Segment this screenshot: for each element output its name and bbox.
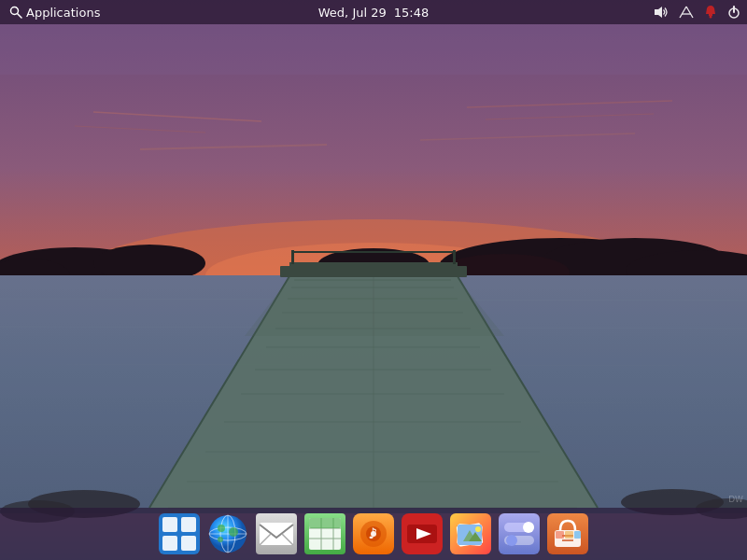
power-icon[interactable]: [726, 5, 741, 20]
svg-line-53: [680, 7, 686, 18]
svg-rect-63: [162, 536, 177, 551]
panel-right: [654, 5, 741, 20]
svg-point-71: [229, 527, 238, 537]
time-display: 15:48: [394, 6, 429, 20]
date-display: Wed, Jul 29: [318, 6, 387, 20]
dock-music[interactable]: ♪: [351, 511, 396, 556]
desktop: Applications Wed, Jul 29 15:48: [0, 0, 747, 560]
dock-mail[interactable]: [254, 511, 299, 556]
applications-label: Applications: [26, 6, 100, 20]
svg-rect-64: [181, 536, 196, 551]
search-icon: [9, 6, 22, 19]
svg-point-99: [475, 526, 481, 532]
svg-rect-61: [162, 517, 177, 532]
svg-point-102: [523, 522, 534, 533]
dock-photos[interactable]: [448, 511, 493, 556]
dock-settings[interactable]: [497, 511, 542, 556]
svg-line-51: [18, 14, 22, 19]
volume-icon[interactable]: [654, 5, 669, 20]
svg-rect-110: [565, 531, 573, 539]
dock-video[interactable]: [400, 511, 444, 556]
top-panel: Applications Wed, Jul 29 15:48: [0, 0, 747, 24]
applications-button[interactable]: Applications: [6, 4, 104, 21]
svg-rect-62: [181, 517, 196, 532]
panel-datetime: Wed, Jul 29 15:48: [318, 6, 429, 20]
notification-icon[interactable]: [704, 5, 717, 20]
panel-left: Applications: [6, 4, 104, 21]
svg-rect-109: [556, 531, 564, 539]
svg-point-72: [218, 537, 223, 542]
svg-rect-74: [260, 523, 293, 545]
svg-rect-111: [574, 531, 581, 539]
svg-point-104: [506, 535, 517, 546]
svg-line-54: [686, 7, 693, 18]
dock-spreadsheet[interactable]: [303, 511, 347, 556]
svg-point-57: [710, 16, 712, 19]
svg-rect-100: [499, 513, 540, 554]
svg-point-70: [218, 525, 225, 532]
dock-browser[interactable]: [205, 511, 250, 556]
watermark: DW: [728, 495, 743, 504]
svg-marker-52: [655, 7, 662, 18]
network-icon[interactable]: [678, 5, 695, 20]
svg-rect-83: [309, 518, 341, 528]
dock-workspace-switcher[interactable]: [157, 511, 202, 556]
taskbar: ♪: [0, 508, 747, 560]
svg-rect-34: [289, 262, 458, 270]
dock-app-store[interactable]: [545, 511, 590, 556]
svg-text:♪: ♪: [368, 525, 377, 542]
